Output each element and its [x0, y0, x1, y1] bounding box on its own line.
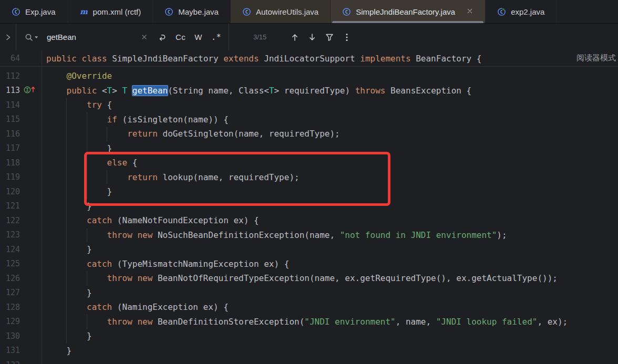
- code-text: }: [42, 199, 92, 214]
- search-field[interactable]: getBean Cc W .*: [16, 24, 229, 50]
- indent-guide: [87, 127, 87, 141]
- code-text: catch (NameNotFoundException ex) {: [42, 213, 259, 228]
- token: [46, 158, 107, 168]
- token: catch: [87, 259, 117, 269]
- indent-guide: [66, 300, 67, 315]
- token: extends: [223, 54, 264, 64]
- more-options-button[interactable]: [342, 33, 352, 42]
- line-number: 115: [0, 115, 20, 124]
- tab-maybe-java[interactable]: CMaybe.java: [153, 0, 231, 23]
- tab-simplejndibeanfactory-java[interactable]: CSimpleJndiBeanFactory.java: [331, 0, 486, 23]
- line-number: 121: [0, 201, 20, 211]
- code-line-131[interactable]: 131 }: [0, 344, 618, 358]
- search-match-highlight: getBean: [132, 86, 168, 96]
- code-line-120[interactable]: 120 }: [0, 184, 618, 199]
- indent-guide: [66, 228, 67, 243]
- clear-search-button[interactable]: [140, 33, 148, 41]
- code-line-127[interactable]: 127 }: [0, 286, 618, 300]
- code-line-123[interactable]: 123 throw new NoSuchBeanDefinitionExcept…: [0, 228, 618, 243]
- words-toggle[interactable]: W: [194, 33, 202, 41]
- newline-button[interactable]: [157, 33, 167, 42]
- indent-guide: [87, 112, 87, 127]
- code-line-132[interactable]: 132: [0, 358, 618, 364]
- token: "not found in JNDI environment": [340, 230, 497, 240]
- regex-toggle[interactable]: .*: [211, 33, 221, 42]
- active-tab-underline: [332, 21, 483, 23]
- token: catch: [87, 215, 117, 225]
- line-number: 125: [0, 259, 20, 268]
- search-input[interactable]: getBean: [47, 33, 140, 41]
- indent-guide: [66, 98, 67, 112]
- code-line-121[interactable]: 121 }: [0, 199, 618, 214]
- gutter: [20, 85, 42, 96]
- code-line-126[interactable]: 126 throw new BeanNotOfRequiredTypeExcep…: [0, 271, 618, 286]
- indent-guide: [66, 271, 67, 286]
- code-line-112[interactable]: 112 @Override: [0, 69, 618, 84]
- tab-autowireutils-java[interactable]: CAutowireUtils.java: [231, 0, 331, 23]
- code-area[interactable]: 112 @Override113 public <T> T getBean(St…: [0, 67, 618, 364]
- code-line-128[interactable]: 128 catch (NamingException ex) {: [0, 300, 618, 315]
- line-number: 131: [0, 346, 20, 355]
- token: }: [46, 143, 112, 153]
- tab-bar: CExp.javampom.xml (rctf)CMaybe.javaCAuto…: [0, 0, 618, 24]
- token: (isSingleton(name)) {: [122, 115, 229, 124]
- code-line-117[interactable]: 117 }: [0, 141, 618, 156]
- token: BeanFactory {: [416, 54, 481, 64]
- previous-match-button[interactable]: [290, 33, 300, 42]
- svg-text:C: C: [345, 9, 348, 15]
- editor[interactable]: 64public class SimpleJndiBeanFactory ext…: [0, 50, 618, 364]
- token: , name,: [396, 317, 436, 327]
- runnable-class-icon: C: [497, 7, 506, 16]
- code-line-116[interactable]: 116 return doGetSingleton(name, required…: [0, 127, 618, 141]
- token: >: [112, 86, 122, 96]
- token: [46, 86, 67, 96]
- line-number: 126: [0, 274, 20, 283]
- code-line-130[interactable]: 130 }: [0, 329, 618, 344]
- next-match-button[interactable]: [307, 33, 317, 42]
- runnable-class-icon: C: [12, 7, 20, 16]
- indent-guide: [107, 170, 107, 185]
- token: public: [67, 86, 102, 96]
- code-line-118[interactable]: 118 else {: [0, 155, 618, 170]
- code-line-115[interactable]: 115 if (isSingleton(name)) {: [0, 112, 618, 127]
- filter-button[interactable]: [325, 33, 334, 42]
- tab-pom-xml-rctf-[interactable]: mpom.xml (rctf): [68, 0, 153, 23]
- line-number: 116: [0, 129, 20, 139]
- code-text: try {: [42, 98, 112, 112]
- overrides-method-icon[interactable]: [23, 85, 37, 96]
- tab-exp2-java[interactable]: Cexp2.java: [486, 0, 557, 23]
- token: }: [46, 346, 71, 356]
- code-text: throw new BeanDefinitionStoreException("…: [42, 315, 568, 329]
- sticky-header-line[interactable]: 64public class SimpleJndiBeanFactory ext…: [0, 50, 618, 67]
- line-number: 117: [0, 143, 20, 153]
- code-text: catch (NamingException ex) {: [42, 300, 229, 315]
- reader-mode-button[interactable]: 阅读器模式: [576, 53, 618, 63]
- code-line-124[interactable]: 124 }: [0, 242, 618, 257]
- tab-exp-java[interactable]: CExp.java: [0, 0, 68, 23]
- token: T: [107, 86, 112, 96]
- indent-guide: [87, 170, 87, 185]
- code-line-114[interactable]: 114 try {: [0, 98, 618, 112]
- search-collapse-button[interactable]: [0, 24, 16, 50]
- indent-guide: [66, 141, 67, 156]
- token: BeanDefinitionStoreException(: [158, 317, 304, 327]
- code-line-125[interactable]: 125 catch (TypeMismatchNamingException e…: [0, 257, 618, 272]
- code-line-129[interactable]: 129 throw new BeanDefinitionStoreExcepti…: [0, 315, 618, 329]
- indent-guide: [66, 155, 67, 170]
- line-number: 113: [0, 86, 20, 95]
- code-line-119[interactable]: 119 return lookup(name, requiredType);: [0, 170, 618, 185]
- token: [127, 86, 132, 96]
- sticky-code-line-64[interactable]: 64public class SimpleJndiBeanFactory ext…: [0, 50, 618, 66]
- indent-guide: [66, 112, 67, 127]
- tab-close-button[interactable]: [466, 7, 473, 16]
- token: "JNDI environment": [304, 317, 395, 327]
- code-text: public class SimpleJndiBeanFactory exten…: [42, 50, 481, 66]
- token: throw new: [107, 273, 158, 283]
- token: (TypeMismatchNamingException ex) {: [117, 259, 290, 269]
- code-text: }: [42, 329, 92, 344]
- code-line-122[interactable]: 122 catch (NameNotFoundException ex) {: [0, 213, 618, 228]
- match-case-toggle[interactable]: Cc: [176, 33, 186, 41]
- indent-guide: [66, 127, 67, 141]
- code-line-113[interactable]: 113 public <T> T getBean(String name, Cl…: [0, 84, 618, 98]
- indent-guide: [66, 257, 67, 272]
